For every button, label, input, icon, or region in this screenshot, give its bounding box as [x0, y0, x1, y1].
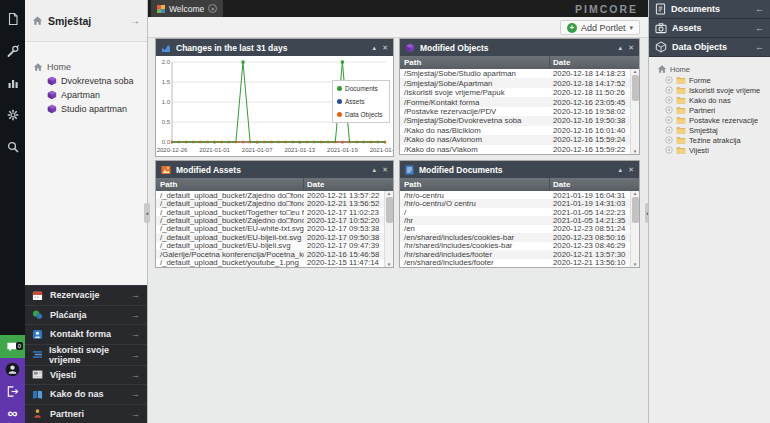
close-icon[interactable]: ✕: [382, 166, 388, 174]
scrollbar-thumb[interactable]: [386, 197, 393, 223]
tree-item-label: Apartman: [61, 90, 100, 100]
tree-item[interactable]: Studio apartman: [25, 102, 147, 116]
scrollbar-thumb[interactable]: [632, 197, 639, 223]
scroll-down-icon[interactable]: ▼: [387, 262, 391, 267]
collapse-icon[interactable]: ▴: [373, 44, 377, 52]
expand-plus-icon[interactable]: [665, 96, 673, 104]
tree-item[interactable]: Partneri: [649, 105, 770, 115]
tab-welcome[interactable]: Welcome ✕: [151, 0, 223, 17]
tree-item[interactable]: Vijesti: [649, 145, 770, 155]
table-row[interactable]: /Iskoristi svoje vrijeme/Papuk2020-12-18…: [400, 88, 630, 97]
column-header-path[interactable]: Path: [400, 56, 550, 69]
collapse-icon[interactable]: ▴: [619, 44, 623, 52]
table-row[interactable]: /Smjestaj/Sobe/Apartman2020-12-18 14:17:…: [400, 78, 630, 87]
legend-item[interactable]: Data Objects: [337, 111, 385, 118]
table-row[interactable]: /Postavke rezervacije/PDV2020-12-16 19:5…: [400, 107, 630, 116]
portlet-header[interactable]: Modified Assets ▴✕: [156, 161, 393, 178]
vertical-scrollbar[interactable]: ▲ ▼: [630, 69, 639, 154]
tree-item-home[interactable]: Home: [649, 63, 770, 75]
scroll-down-icon[interactable]: ▼: [633, 262, 637, 267]
menu-item-kontakt-forma[interactable]: Kontakt forma→: [25, 324, 147, 344]
add-portlet-button[interactable]: + Add Portlet ▾: [560, 20, 640, 35]
menu-item-rezervacije[interactable]: Rezervacije→: [25, 285, 147, 305]
vertical-scrollbar[interactable]: ▲ ▼: [384, 191, 393, 267]
collapse-left-panel-handle[interactable]: ◂: [144, 203, 150, 223]
menu-item-iskoristi-svoje-vrijeme[interactable]: Iskoristi svoje vrijeme→: [25, 344, 147, 365]
column-header-path[interactable]: Path: [156, 178, 304, 191]
table-row[interactable]: /Smjestaj/Sobe/Studio apartman2020-12-18…: [400, 69, 630, 78]
file-button[interactable]: [0, 6, 25, 32]
tree-item[interactable]: Dvokrevetna soba: [25, 74, 147, 88]
section-documents[interactable]: Documents ←: [649, 0, 770, 19]
tools-button[interactable]: [0, 38, 25, 64]
tree-item[interactable]: Smještaj: [649, 125, 770, 135]
arrow-right-icon[interactable]: →: [130, 15, 140, 26]
table-row[interactable]: /Kako do nas/Vlakom2020-12-16 15:59:22: [400, 145, 630, 154]
cube-outline-icon: [655, 41, 667, 53]
expand-plus-icon[interactable]: [665, 106, 673, 114]
tree-item-label: Vijesti: [689, 146, 709, 155]
collapse-icon[interactable]: ▴: [619, 166, 623, 174]
scrollbar-thumb[interactable]: [632, 75, 639, 101]
portlet-header[interactable]: Changes in the last 31 days ▴✕: [156, 39, 393, 56]
scroll-down-icon[interactable]: ▼: [633, 149, 637, 154]
legend-item[interactable]: Assets: [337, 98, 385, 105]
close-icon[interactable]: ✕: [382, 44, 388, 52]
notifications-button[interactable]: 0: [0, 335, 25, 358]
close-icon[interactable]: ✕: [628, 44, 634, 52]
pimcore-logo-button[interactable]: ∞: [0, 402, 25, 423]
logout-icon: [6, 385, 19, 398]
tree-item[interactable]: Težine atrakcija: [649, 135, 770, 145]
tree-item-home[interactable]: Home: [25, 60, 147, 74]
column-header-date[interactable]: Date: [550, 180, 630, 189]
expand-plus-icon[interactable]: [665, 76, 673, 84]
tab-close-icon[interactable]: ✕: [208, 4, 217, 13]
section-data-objects[interactable]: Data Objects ←: [649, 38, 770, 57]
tree-item[interactable]: Apartman: [25, 88, 147, 102]
tree-panel-header[interactable]: Smještaj →: [25, 0, 147, 42]
search-button[interactable]: [0, 134, 25, 160]
reports-button[interactable]: [0, 70, 25, 96]
column-header-date[interactable]: Date: [304, 180, 384, 189]
section-assets[interactable]: Assets ←: [649, 19, 770, 38]
tree-item[interactable]: Iskoristi svoje vrijeme: [649, 85, 770, 95]
scroll-up-icon[interactable]: ▲: [387, 191, 391, 196]
scroll-up-icon[interactable]: ▲: [633, 191, 637, 196]
column-header-path[interactable]: Path: [400, 178, 550, 191]
svg-text:2021-01-25: 2021-01-25: [370, 147, 393, 153]
menu-item-vijesti[interactable]: Vijesti→: [25, 365, 147, 385]
user-profile-button[interactable]: [0, 358, 25, 381]
tree-item[interactable]: Forme: [649, 75, 770, 85]
settings-button[interactable]: [0, 102, 25, 128]
expand-plus-icon[interactable]: [665, 86, 673, 94]
vertical-scrollbar[interactable]: ▲ ▼: [630, 191, 639, 267]
column-header-date[interactable]: Date: [550, 58, 630, 67]
table-row[interactable]: /Forme/Kontakt forma2020-12-16 23:05:45: [400, 97, 630, 106]
table-row[interactable]: /en/shared/includes/footer2020-12-21 13:…: [400, 259, 630, 267]
cell-path: /Postavke rezervacije/PDV: [400, 107, 550, 116]
tree-item[interactable]: Kako do nas: [649, 95, 770, 105]
collapse-icon[interactable]: ▴: [373, 166, 377, 174]
menu-item-kako-do-nas[interactable]: Kako do nas→: [25, 384, 147, 404]
cell-date: 2020-12-15 11:47:14: [304, 258, 384, 267]
logout-button[interactable]: [0, 381, 25, 402]
menu-item-partneri[interactable]: Partneri→: [25, 404, 147, 423]
close-icon[interactable]: ✕: [628, 166, 634, 174]
portlet-header[interactable]: Modified Objects ▴✕: [400, 39, 639, 56]
expand-plus-icon[interactable]: [665, 126, 673, 134]
table-row[interactable]: /Kako do nas/Biciklom2020-12-16 16:01:40: [400, 126, 630, 135]
table-row[interactable]: /Kako do nas/Avionom2020-12-16 15:59:24: [400, 135, 630, 144]
menu-item-placanja[interactable]: Plaćanja→: [25, 305, 147, 325]
tree-item-label: Kako do nas: [689, 96, 731, 105]
portlet-header[interactable]: Modified Documents ▴✕: [400, 161, 639, 178]
expand-plus-icon[interactable]: [665, 136, 673, 144]
expand-plus-icon[interactable]: [665, 146, 673, 154]
wrench-icon: [6, 44, 20, 58]
scroll-up-icon[interactable]: ▲: [633, 69, 637, 74]
table-row[interactable]: /_default_upload_bucket/youtube_1.png202…: [156, 259, 384, 267]
tree-item[interactable]: Postavke rezervacije: [649, 115, 770, 125]
legend-item[interactable]: Documents: [337, 85, 385, 92]
table-row[interactable]: /Smjestaj/Sobe/Dvokrevetna soba2020-12-1…: [400, 116, 630, 125]
data-objects-tree: HomeFormeIskoristi svoje vrijemeKako do …: [649, 57, 770, 155]
expand-plus-icon[interactable]: [665, 116, 673, 124]
